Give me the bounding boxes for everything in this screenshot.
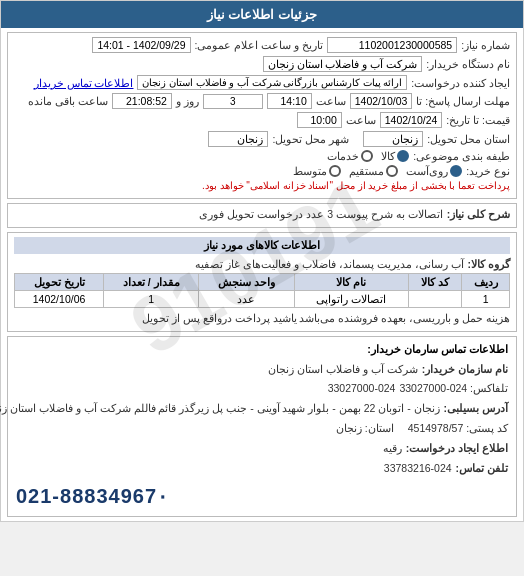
col-megdar: مقدار / تعداد — [104, 274, 199, 291]
table-cell-0: 1 — [462, 291, 510, 308]
tarif-kala-radio[interactable] — [397, 150, 409, 162]
tarif-label: طیفه بندی موضوعی: — [413, 150, 510, 162]
grooh-label: گروه کالا: — [468, 258, 510, 270]
sharh-label: شرح کلی نیاز: — [447, 208, 510, 220]
nam-label: نام دستگاه خریدار: — [426, 58, 510, 70]
tarif-radio-group: کالا خدمات — [327, 150, 409, 162]
tarif-khadamat-item[interactable]: خدمات — [327, 150, 373, 162]
col-vahed: واحد سنجش — [199, 274, 294, 291]
col-tarikh: تاریخ تحویل — [15, 274, 104, 291]
nam-row: نام دستگاه خریدار: شرکت آب و فاضلاب استا… — [14, 56, 510, 72]
etebar-gozasht: قیمت: تا تاریخ: — [446, 114, 510, 126]
contact-telefax2-label: 33027000-024 — [328, 380, 396, 397]
contact-adres-row: آدرس بسیلبی: زنجان - اتوبان 22 بهمن - بل… — [16, 400, 508, 417]
nov-motavaset-label: متوسط — [293, 165, 327, 177]
mohlat-saat-value: 14:10 — [267, 93, 312, 109]
eijad-value: ارائه پیات کارشناس بازرگانی شرکت آب و فا… — [137, 75, 407, 90]
tarif-kala-label: کالا — [381, 150, 395, 162]
shomara-value: 1102001230000585 — [327, 37, 457, 53]
kalaa-section: اطلاعات کالاهای مورد نیاز گروه کالا: آب … — [7, 232, 517, 332]
table-cell-4: 1 — [104, 291, 199, 308]
contact-nam-label: نام سازمان خریدار: — [422, 361, 508, 378]
grooh-row: گروه کالا: آب رسانی، مدیریت پسماند، فاضل… — [14, 258, 510, 270]
table-cell-2: اتصالات راتواپی — [294, 291, 408, 308]
pardakht-note: پرداخت تعما با بخشی از مبلغ خرید از محل … — [202, 180, 510, 191]
mohlat-roz-label: روز و — [176, 95, 199, 107]
ostan-label: استان محل تحویل: — [427, 133, 510, 145]
nov-rooyast-radio[interactable] — [450, 165, 462, 177]
etebar-row: قیمت: تا تاریخ: 1402/10/24 ساعت 10:00 — [14, 112, 510, 128]
mohlat-baqi-label: ساعت باقی مانده — [28, 95, 108, 107]
contact-title: اطلاعات تماس سارمان خریدار: — [16, 341, 508, 359]
page-wrapper: 910191 جزئیات اطلاعات نیاز شماره نیاز: 1… — [0, 0, 524, 522]
etebar-date: 1402/10/24 — [380, 112, 443, 128]
etebar-saat-value: 10:00 — [297, 112, 342, 128]
etebar-saat-label: ساعت — [346, 114, 376, 126]
grooh-value: آب رسانی، مدیریت پسماند، فاضلاب و فعالیت… — [195, 258, 463, 270]
contact-kodpost-label: کد پستی: 4514978/57 — [408, 420, 508, 437]
tarikh-label: تاریخ و ساعت اعلام عمومی: — [195, 39, 324, 51]
mohlat-roz-value: 3 — [203, 94, 263, 109]
eijad-label: ایجاد کننده درخواست: — [411, 77, 510, 89]
table-cell-5: 1402/10/06 — [15, 291, 104, 308]
contact-etelaat-value: رقیه — [383, 440, 402, 457]
tarikh-value: 1402/09/29 - 14:01 — [92, 37, 190, 53]
contact-nam-row: نام سازمان خریدار: شرکت آب و فاضلاب استا… — [16, 361, 508, 378]
big-phone-number: 021-88834967۰ — [16, 480, 508, 512]
table-cell-3: عدد — [199, 291, 294, 308]
nov-motavaset-radio[interactable] — [329, 165, 341, 177]
toz-text: هزینه حمل و بارریسی، بعهده فروشنده می‌با… — [142, 312, 510, 324]
ostan-row: استان محل تحویل: زنجان شهر محل تحویل: زن… — [14, 131, 510, 147]
table-row: 1اتصالات راتواپیعدد11402/10/06 — [15, 291, 510, 308]
ostan-value: زنجان — [363, 131, 423, 147]
nov-mostaghim-item[interactable]: مستقیم — [349, 165, 398, 177]
contact-telfon-label: تلفن تماس: — [456, 460, 508, 477]
contact-telfon-row: تلفن تماس: 33783216-024 — [16, 460, 508, 477]
contact-ostan-label: استان: زنجان — [336, 420, 394, 437]
mohlat-date: 1402/10/03 — [350, 93, 413, 109]
contact-kodpost-row: کد پستی: 4514978/57 استان: زنجان — [16, 420, 508, 437]
tarif-kala-item[interactable]: کالا — [381, 150, 409, 162]
nov-mostaghim-label: مستقیم — [349, 165, 384, 177]
pardakht-row: پرداخت تعما با بخشی از مبلغ خرید از محل … — [14, 180, 510, 191]
col-nam: نام کالا — [294, 274, 408, 291]
mohlat-row: مهلت ارسال پاسخ: تا 1402/10/03 ساعت 14:1… — [14, 93, 510, 109]
sharh-text: اتصالات به شرح پیوست 3 عدد درخواست تحویل… — [199, 208, 442, 220]
nam-value: شرکت آب و فاضلاب استان زنجان — [263, 56, 423, 72]
sharh-section: شرح کلی نیاز: اتصالات به شرح پیوست 3 عدد… — [7, 203, 517, 228]
eijad-link[interactable]: اطلاعات تماس خریدار — [34, 77, 134, 89]
contact-adres-value: زنجان - اتوبان 22 بهمن - بلوار شهید آوین… — [0, 400, 440, 417]
kalaa-table: ردیف کد کالا نام کالا واحد سنجش مقدار / … — [14, 273, 510, 308]
contact-telfon-value: 33783216-024 — [384, 460, 452, 477]
contact-telefax-label: تلفاکس: 024-33027000 — [399, 380, 508, 397]
nov-row: نوع خرید: روی‌آست مستقیم متوسط — [14, 165, 510, 177]
contact-etelaat-label: اطلاع ایجاد درخواست: — [406, 440, 508, 457]
nov-label: نوع خرید: — [466, 165, 510, 177]
table-header-row: ردیف کد کالا نام کالا واحد سنجش مقدار / … — [15, 274, 510, 291]
sharh-row: شرح کلی نیاز: اتصالات به شرح پیوست 3 عدد… — [14, 208, 510, 220]
toz-row: هزینه حمل و بارریسی، بعهده فروشنده می‌با… — [14, 312, 510, 324]
mohlat-saat-label: ساعت — [316, 95, 346, 107]
page-title: جزئیات اطلاعات نیاز — [207, 7, 317, 22]
col-radif: ردیف — [462, 274, 510, 291]
nov-rooyast-item[interactable]: روی‌آست — [406, 165, 462, 177]
nov-radio-group: روی‌آست مستقیم متوسط — [293, 165, 462, 177]
contact-section: اطلاعات تماس سارمان خریدار: نام سازمان خ… — [7, 336, 517, 517]
top-info-section: شماره نیاز: 1102001230000585 تاریخ و ساع… — [7, 32, 517, 199]
tarif-khadamat-label: خدمات — [327, 150, 359, 162]
contact-adres-label: آدرس بسیلبی: — [444, 400, 508, 417]
page-header: جزئیات اطلاعات نیاز — [1, 1, 523, 28]
mohlat-baqi-value: 21:08:52 — [112, 93, 172, 109]
shomara-label: شماره نیاز: — [461, 39, 510, 51]
tarif-khadamat-radio[interactable] — [361, 150, 373, 162]
nov-rooyast-label: روی‌آست — [406, 165, 448, 177]
contact-nam-value: شرکت آب و فاضلاب استان زنجان — [268, 361, 418, 378]
nov-mostaghim-radio[interactable] — [386, 165, 398, 177]
table-cell-1 — [408, 291, 461, 308]
shahr-value: زنجان — [208, 131, 268, 147]
mohlat-label: مهلت ارسال پاسخ: تا — [416, 95, 510, 107]
contact-etelaat-row: اطلاع ایجاد درخواست: رقیه — [16, 440, 508, 457]
nov-motavaset-item[interactable]: متوسط — [293, 165, 341, 177]
kalaa-title: اطلاعات کالاهای مورد نیاز — [14, 237, 510, 254]
shomara-row: شماره نیاز: 1102001230000585 تاریخ و ساع… — [14, 37, 510, 53]
